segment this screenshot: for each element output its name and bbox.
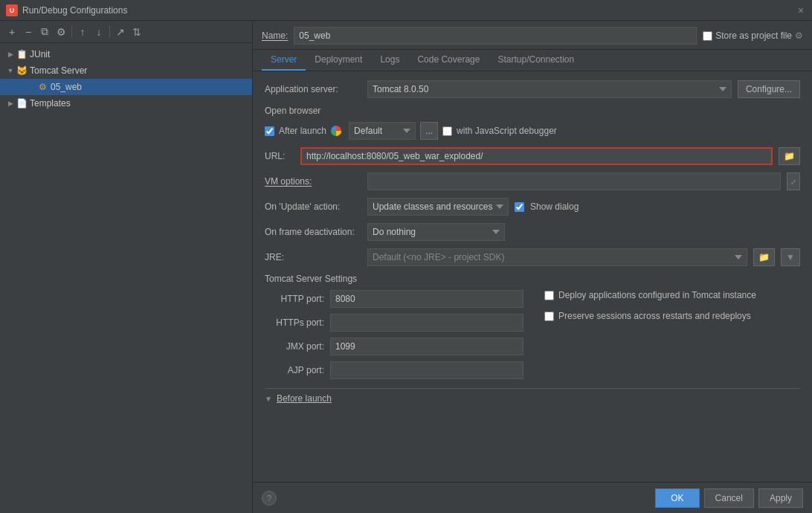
- after-launch-checkbox[interactable]: [265, 126, 274, 136]
- sort-button[interactable]: ⇅: [129, 25, 144, 39]
- url-row: URL: 📁: [265, 147, 800, 165]
- url-folder-button[interactable]: 📁: [779, 147, 800, 165]
- title-bar: U Run/Debug Configurations ×: [0, 0, 812, 21]
- js-debug-checkbox[interactable]: [442, 126, 452, 136]
- tree-item-05web[interactable]: ⚙ 05_web: [0, 79, 252, 95]
- app-server-select[interactable]: Tomcat 8.0.50: [367, 80, 732, 98]
- update-action-select[interactable]: Update classes and resources: [367, 198, 509, 216]
- show-dialog-label: Show dialog: [530, 201, 579, 212]
- ajp-port-input[interactable]: [330, 361, 523, 379]
- store-label: Store as project file: [715, 30, 792, 41]
- browser-dots-button[interactable]: ...: [420, 122, 438, 140]
- vm-options-label: VM options:: [265, 176, 361, 187]
- up-button[interactable]: ↑: [75, 25, 90, 39]
- 05web-label: 05_web: [51, 82, 82, 92]
- tab-logs[interactable]: Logs: [371, 50, 408, 71]
- jre-dropdown-button[interactable]: ▼: [781, 248, 800, 266]
- help-button[interactable]: ?: [262, 491, 277, 506]
- configure-button[interactable]: Configure...: [738, 80, 800, 98]
- main-layout: + − ⧉ ⚙ ↑ ↓ ↗ ⇅ ▶ 📋 JUnit ▼ 🐱 Tomcat Ser…: [0, 21, 812, 513]
- tomcat-settings-section: Tomcat Server Settings HTTP port: HTTPs …: [265, 274, 800, 385]
- tomcat-settings-grid: HTTP port: HTTPs port: JMX port: AJ: [265, 290, 800, 385]
- update-action-row: On 'Update' action: Update classes and r…: [265, 198, 800, 216]
- store-checkbox[interactable]: [703, 31, 712, 41]
- http-port-input[interactable]: [330, 290, 523, 308]
- 05web-icon: ⚙: [37, 82, 48, 92]
- right-panel: Name: Store as project file ⚙ Server Dep…: [253, 21, 812, 513]
- deploy-checkbox[interactable]: [544, 291, 554, 300]
- ports-col: HTTP port: HTTPs port: JMX port: AJ: [265, 290, 532, 385]
- junit-arrow: ▶: [6, 50, 15, 59]
- tomcat-settings-title: Tomcat Server Settings: [265, 274, 800, 284]
- preserve-checkbox-row: Preserve sessions across restarts and re…: [544, 311, 800, 321]
- name-input[interactable]: [294, 27, 697, 45]
- close-button[interactable]: ×: [796, 5, 806, 16]
- left-panel: + − ⧉ ⚙ ↑ ↓ ↗ ⇅ ▶ 📋 JUnit ▼ 🐱 Tomcat Ser…: [0, 21, 253, 513]
- tree-item-tomcat[interactable]: ▼ 🐱 Tomcat Server: [0, 62, 252, 79]
- after-launch-label: After launch: [279, 126, 326, 136]
- jre-label: JRE:: [265, 252, 361, 262]
- deploy-label: Deploy applications configured in Tomcat…: [558, 290, 756, 300]
- frame-deactivation-select[interactable]: Do nothing: [367, 223, 505, 241]
- toolbar: + − ⧉ ⚙ ↑ ↓ ↗ ⇅: [0, 21, 252, 43]
- store-row: Store as project file ⚙: [703, 30, 803, 41]
- down-button[interactable]: ↓: [91, 25, 106, 39]
- ajp-port-row: AJP port:: [265, 361, 532, 379]
- url-input[interactable]: [300, 147, 773, 165]
- ok-button[interactable]: OK: [655, 488, 699, 508]
- junit-icon: 📋: [16, 49, 27, 59]
- footer-right: OK Cancel Apply: [655, 488, 803, 508]
- tomcat-label: Tomcat Server: [30, 65, 87, 76]
- apply-button[interactable]: Apply: [758, 488, 803, 508]
- tab-code-coverage[interactable]: Code Coverage: [408, 50, 489, 71]
- jre-folder-button[interactable]: 📁: [753, 248, 775, 266]
- http-port-label: HTTP port:: [265, 294, 324, 304]
- templates-icon: 📄: [16, 98, 27, 109]
- tab-deployment[interactable]: Deployment: [306, 50, 371, 71]
- tree-item-junit[interactable]: ▶ 📋 JUnit: [0, 46, 252, 62]
- jmx-port-input[interactable]: [330, 338, 523, 355]
- footer-left: ?: [262, 491, 277, 506]
- open-browser-section: Open browser After launch Default ... wi…: [265, 106, 800, 140]
- preserve-checkbox[interactable]: [544, 312, 554, 321]
- vm-expand-button[interactable]: ⤢: [787, 172, 800, 190]
- ajp-port-label: AJP port:: [265, 365, 324, 375]
- app-server-label: Application server:: [265, 84, 361, 94]
- js-debug-label: with JavaScript debugger: [457, 126, 557, 136]
- show-dialog-checkbox[interactable]: [515, 202, 524, 212]
- deploy-checkbox-row: Deploy applications configured in Tomcat…: [544, 290, 800, 300]
- name-row: Name: Store as project file ⚙: [253, 21, 812, 50]
- vm-options-row: VM options: ⤢: [265, 172, 800, 190]
- url-label: URL:: [265, 151, 294, 161]
- tab-startup-connection[interactable]: Startup/Connection: [489, 50, 583, 71]
- before-launch-label: Before launch: [277, 393, 332, 404]
- jre-select[interactable]: Default (<no JRE> - project SDK): [367, 248, 747, 266]
- remove-button[interactable]: −: [21, 25, 36, 39]
- share-button[interactable]: ↗: [113, 25, 128, 39]
- frame-deactivation-label: On frame deactivation:: [265, 227, 361, 237]
- https-port-row: HTTPs port:: [265, 314, 532, 332]
- content-area: Application server: Tomcat 8.0.50 Config…: [253, 71, 812, 482]
- tree-item-templates[interactable]: ▶ 📄 Templates: [0, 95, 252, 112]
- footer: ? OK Cancel Apply: [253, 482, 812, 513]
- junit-label: JUnit: [30, 49, 50, 59]
- app-server-row: Application server: Tomcat 8.0.50 Config…: [265, 80, 800, 98]
- https-port-input[interactable]: [330, 314, 523, 332]
- add-button[interactable]: +: [4, 25, 19, 39]
- jmx-port-label: JMX port:: [265, 341, 324, 352]
- before-launch-section: ▼ Before launch: [265, 388, 800, 404]
- copy-button[interactable]: ⧉: [37, 25, 52, 39]
- jmx-port-row: JMX port:: [265, 338, 532, 355]
- before-launch-triangle[interactable]: ▼: [265, 395, 272, 403]
- vm-options-input[interactable]: [367, 172, 781, 190]
- tab-server[interactable]: Server: [262, 50, 306, 71]
- browser-select[interactable]: Default: [349, 122, 416, 140]
- window-title: Run/Debug Configurations: [22, 5, 796, 16]
- store-gear-icon[interactable]: ⚙: [795, 30, 803, 41]
- templates-arrow: ▶: [6, 99, 15, 108]
- settings-button[interactable]: ⚙: [54, 25, 68, 39]
- open-browser-title: Open browser: [265, 106, 800, 116]
- https-port-label: HTTPs port:: [265, 317, 324, 328]
- cancel-button[interactable]: Cancel: [704, 488, 754, 508]
- tomcat-icon: 🐱: [16, 65, 27, 76]
